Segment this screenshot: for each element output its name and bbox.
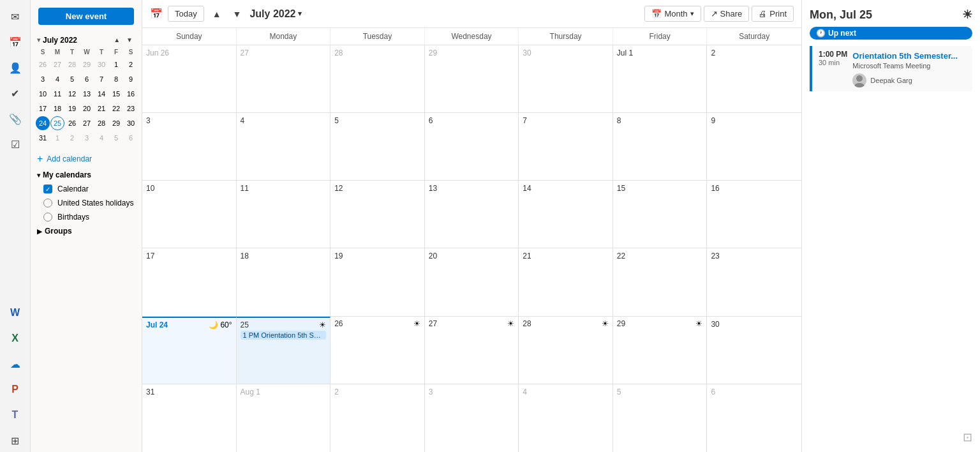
cell-9[interactable]: 9: [707, 113, 801, 180]
mini-cal-day[interactable]: 2: [124, 57, 138, 72]
cell-aug5[interactable]: 5: [613, 384, 708, 452]
cell-4[interactable]: 4: [237, 113, 331, 180]
cell-3[interactable]: 3: [142, 113, 237, 180]
mini-cal-day[interactable]: 4: [94, 131, 108, 145]
mail-icon[interactable]: ✉: [4, 5, 27, 28]
mini-cal-day[interactable]: 28: [94, 116, 108, 130]
apps-icon[interactable]: ⊞: [4, 429, 27, 452]
cell-30[interactable]: 30: [707, 317, 801, 384]
mini-cal-day[interactable]: 29: [80, 57, 94, 72]
cell-25-selected[interactable]: 25 ☀ 1 PM Orientation 5th Semeste: [237, 317, 331, 384]
cell-31[interactable]: 31: [142, 384, 237, 452]
mini-cal-day[interactable]: 11: [50, 87, 64, 101]
cell-26[interactable]: 26 ☀: [330, 317, 425, 384]
prev-month-button[interactable]: ▲: [209, 7, 225, 21]
tasks-icon[interactable]: ✔: [4, 82, 27, 105]
mini-cal-day[interactable]: 5: [65, 72, 79, 86]
cell-23[interactable]: 23: [707, 248, 801, 315]
groups-section[interactable]: ▶ Groups: [31, 224, 142, 238]
teams-icon[interactable]: T: [4, 403, 27, 426]
mini-cal-day[interactable]: 17: [36, 102, 50, 116]
mini-cal-day[interactable]: 27: [50, 57, 64, 72]
cell-8[interactable]: 8: [613, 113, 708, 180]
mini-cal-day[interactable]: 1: [50, 131, 64, 145]
cell-jul2[interactable]: 2: [707, 45, 801, 112]
cell-27[interactable]: 27 ☀: [425, 317, 519, 384]
event-detail-card[interactable]: 1:00 PM 30 min Orientation 5th Semester.…: [810, 46, 972, 91]
mini-cal-day[interactable]: 6: [124, 131, 138, 145]
mini-cal-day[interactable]: 27: [80, 116, 94, 130]
mini-cal-day[interactable]: 23: [124, 102, 138, 116]
mini-cal-day[interactable]: 6: [80, 72, 94, 86]
today-button[interactable]: Today: [168, 6, 204, 22]
cell-12[interactable]: 12: [330, 181, 425, 248]
todo-icon[interactable]: ☑: [4, 133, 27, 156]
collapse-right-panel-icon[interactable]: ⊡: [963, 431, 972, 444]
cell-16[interactable]: 16: [707, 181, 801, 248]
print-button[interactable]: 🖨 Print: [752, 6, 794, 22]
mini-cal-day[interactable]: 18: [50, 102, 64, 116]
mini-cal-day[interactable]: 28: [65, 57, 79, 72]
share-button[interactable]: ↗ Share: [704, 6, 750, 22]
my-calendars-section[interactable]: ▾ My calendars: [31, 168, 142, 182]
cell-24-today[interactable]: Jul 24 🌙 60°: [142, 317, 237, 384]
cell-18[interactable]: 18: [237, 248, 331, 315]
cell-19[interactable]: 19: [330, 248, 425, 315]
cell-jun30[interactable]: 30: [519, 45, 613, 112]
mini-cal-day[interactable]: 2: [65, 131, 79, 145]
mini-cal-day[interactable]: 10: [36, 87, 50, 101]
cell-aug2[interactable]: 2: [330, 384, 425, 452]
cell-jun26[interactable]: Jun 26: [142, 45, 237, 112]
mini-cal-day[interactable]: 30: [124, 116, 138, 130]
mini-cal-today[interactable]: 24: [36, 116, 50, 130]
mini-cal-day[interactable]: 31: [36, 131, 50, 145]
cell-29[interactable]: 29 ☀: [613, 317, 708, 384]
current-month-year[interactable]: July 2022 ▾: [249, 8, 302, 20]
cell-aug3[interactable]: 3: [425, 384, 519, 452]
month-view-button[interactable]: 📅 Month ▾: [644, 6, 701, 22]
add-calendar-button[interactable]: + Add calendar: [31, 150, 142, 168]
mini-cal-day[interactable]: 13: [80, 87, 94, 101]
calendar-item-us-holidays[interactable]: United States holidays: [31, 196, 142, 210]
event-item-orientation[interactable]: 1 PM Orientation 5th Semeste: [241, 331, 327, 340]
mini-cal-day[interactable]: 22: [109, 102, 123, 116]
mini-cal-prev-btn[interactable]: ▲: [111, 35, 122, 45]
mini-cal-day[interactable]: 16: [124, 87, 138, 101]
mini-cal-day[interactable]: 1: [109, 57, 123, 72]
mini-cal-day[interactable]: 15: [109, 87, 123, 101]
cell-11[interactable]: 11: [237, 181, 331, 248]
cell-17[interactable]: 17: [142, 248, 237, 315]
cell-aug6[interactable]: 6: [707, 384, 801, 452]
excel-icon[interactable]: X: [4, 327, 27, 350]
cell-13[interactable]: 13: [425, 181, 519, 248]
mini-cal-day[interactable]: 9: [124, 72, 138, 86]
mini-cal-day[interactable]: 4: [50, 72, 64, 86]
onedrive-icon[interactable]: ☁: [4, 352, 27, 375]
cell-14[interactable]: 14: [519, 181, 613, 248]
word-icon[interactable]: W: [4, 301, 27, 324]
mini-cal-day[interactable]: 12: [65, 87, 79, 101]
mini-cal-day[interactable]: 3: [80, 131, 94, 145]
calendar-item-birthdays[interactable]: Birthdays: [31, 210, 142, 224]
cell-aug1[interactable]: Aug 1: [237, 384, 331, 452]
mini-cal-day[interactable]: 26: [65, 116, 79, 130]
mini-cal-day[interactable]: 30: [94, 57, 108, 72]
cell-jul1[interactable]: Jul 1: [613, 45, 708, 112]
cell-jun28[interactable]: 28: [330, 45, 425, 112]
mini-cal-day[interactable]: 7: [94, 72, 108, 86]
mini-cal-day[interactable]: 8: [109, 72, 123, 86]
cell-7[interactable]: 7: [519, 113, 613, 180]
cell-15[interactable]: 15: [613, 181, 708, 248]
powerpoint-icon[interactable]: P: [4, 378, 27, 401]
mini-cal-selected-day[interactable]: 25: [50, 116, 64, 130]
mini-cal-day[interactable]: 21: [94, 102, 108, 116]
mini-cal-day[interactable]: 26: [36, 57, 50, 72]
cell-20[interactable]: 20: [425, 248, 519, 315]
cell-jun27[interactable]: 27: [237, 45, 331, 112]
cell-28[interactable]: 28 ☀: [519, 317, 613, 384]
cell-10[interactable]: 10: [142, 181, 237, 248]
mini-cal-day[interactable]: 20: [80, 102, 94, 116]
cell-aug4[interactable]: 4: [519, 384, 613, 452]
cell-6[interactable]: 6: [425, 113, 519, 180]
cell-21[interactable]: 21: [519, 248, 613, 315]
